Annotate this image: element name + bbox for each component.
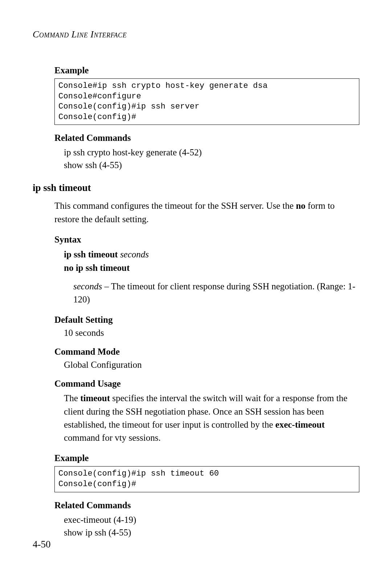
usage-post: command for vty sessions. <box>64 433 161 443</box>
running-head: Command Line Interface <box>33 29 359 40</box>
example-1-code: Console#ip ssh crypto host-key generate … <box>54 78 359 125</box>
related-1-item: ip ssh crypto host-key generate (4-52) <box>64 146 359 159</box>
section: ip ssh timeout <box>33 182 359 194</box>
section-body: This command configures the timeout for … <box>54 199 359 538</box>
command-mode-label: Command Mode <box>54 347 359 357</box>
command-usage-label: Command Usage <box>54 379 359 389</box>
syntax-arg: seconds <box>120 249 149 259</box>
related-1-list: ip ssh crypto host-key generate (4-52) s… <box>64 146 359 171</box>
related-2-item: exec-timeout (4-19) <box>64 513 359 526</box>
example-2-code: Console(config)#ip ssh timeout 60 Consol… <box>54 466 359 492</box>
page: Command Line Interface Example Console#i… <box>0 0 392 570</box>
related-commands-1: Related Commands ip ssh crypto host-key … <box>54 133 359 171</box>
syntax-cmd: no ip ssh timeout <box>64 263 130 273</box>
example-1-block: Example Console#ip ssh crypto host-key g… <box>54 65 359 125</box>
example-1-label: Example <box>54 65 359 76</box>
related-1-label: Related Commands <box>54 133 359 143</box>
command-usage-text: The timeout specifies the interval the s… <box>64 392 359 444</box>
syntax-param-desc: seconds – The timeout for client respons… <box>73 280 359 306</box>
section-intro: This command configures the timeout for … <box>54 199 359 226</box>
related-2-list: exec-timeout (4-19) show ip ssh (4-55) <box>64 513 359 539</box>
syntax-label: Syntax <box>54 235 359 245</box>
related-1-item: show ssh (4-55) <box>64 159 359 171</box>
syntax-cmd: ip ssh timeout <box>64 249 118 259</box>
syntax-line-1: ip ssh timeout seconds <box>64 248 359 261</box>
command-mode-value: Global Configuration <box>64 360 359 370</box>
section-title: ip ssh timeout <box>33 182 359 194</box>
param-arg: seconds <box>73 281 102 291</box>
usage-bold-2: exec-timeout <box>275 420 325 429</box>
page-number: 4-50 <box>33 539 51 550</box>
usage-bold-1: timeout <box>80 393 110 403</box>
related-2-label: Related Commands <box>54 500 359 510</box>
related-2-item: show ip ssh (4-55) <box>64 526 359 539</box>
intro-text: This command configures the timeout for … <box>54 201 296 211</box>
syntax-line-2: no ip ssh timeout <box>64 261 359 275</box>
default-setting-value: 10 seconds <box>64 328 359 338</box>
usage-pre: The <box>64 393 80 403</box>
param-desc-text: – The timeout for client response during… <box>73 281 355 304</box>
example-2-label: Example <box>54 453 359 463</box>
default-setting-label: Default Setting <box>54 315 359 325</box>
intro-bold: no <box>296 201 305 211</box>
